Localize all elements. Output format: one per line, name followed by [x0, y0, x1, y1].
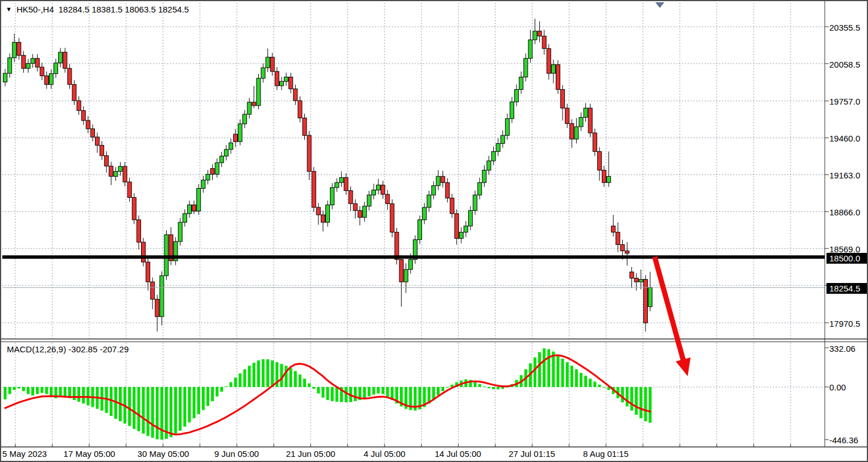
candle-bullish	[574, 127, 578, 139]
candle-bearish	[445, 182, 449, 198]
macd-histogram-bar	[308, 384, 311, 387]
macd-histogram-bar	[649, 387, 652, 423]
macd-histogram-bar	[644, 387, 647, 421]
macd-histogram-bar	[497, 387, 499, 389]
macd-axis-label: 332.06	[829, 344, 855, 354]
candle-bullish	[247, 102, 251, 114]
macd-histogram-bar	[639, 387, 642, 418]
candle-bearish	[538, 31, 542, 36]
price-axis-label: 20355.5	[829, 23, 860, 33]
candle-bullish	[432, 186, 436, 195]
candle-bearish	[105, 156, 109, 166]
candle-bullish	[183, 214, 187, 222]
macd-histogram-bar	[82, 387, 85, 403]
macd-histogram-bar	[31, 387, 34, 396]
chart-window: ▼ HK50-,H4 18284.5 18381.5 18063.5 18254…	[0, 0, 868, 462]
candle-bearish	[63, 52, 67, 68]
support-line-18500[interactable]	[2, 255, 825, 259]
macd-histogram-bar	[18, 387, 20, 388]
candle-bearish	[100, 145, 104, 156]
macd-histogram-bar	[4, 387, 7, 399]
macd-histogram-bar	[538, 352, 541, 387]
macd-histogram-bar	[474, 382, 477, 387]
macd-histogram-bar	[156, 387, 159, 439]
candle-bearish	[630, 272, 634, 278]
trend-arrow-shaft[interactable]	[655, 257, 683, 360]
macd-histogram-bar	[280, 364, 283, 387]
time-axis-label: 5 May 2023	[2, 449, 53, 459]
macd-histogram-bar	[294, 371, 297, 387]
macd-histogram-bar	[589, 378, 592, 387]
price-axis-label: 20058.5	[829, 60, 860, 70]
macd-histogram-bar	[377, 387, 380, 393]
candle-bearish	[146, 262, 150, 282]
candle-bullish	[501, 135, 505, 143]
candle-bullish	[418, 220, 422, 240]
macd-histogram-bar	[197, 387, 200, 414]
macd-histogram-bar	[317, 387, 320, 393]
price-axis-label: 18866.0	[829, 207, 860, 218]
macd-histogram-bar	[603, 387, 606, 388]
candle-bullish	[215, 163, 219, 174]
candle-bearish	[96, 137, 100, 145]
candle-bullish	[229, 143, 233, 149]
macd-histogram-bar	[243, 369, 246, 387]
macd-histogram-bar	[382, 387, 385, 394]
candle-bullish	[491, 152, 495, 161]
candle-bearish	[151, 282, 155, 299]
macd-histogram-bar	[543, 348, 545, 387]
candle-bearish	[252, 102, 256, 106]
macd-histogram-bar	[621, 387, 624, 402]
macd-histogram-bar	[9, 387, 11, 394]
candle-bullish	[340, 178, 344, 183]
chart-title: ▼ HK50-,H4 18284.5 18381.5 18063.5 18254…	[6, 5, 189, 14]
macd-histogram-bar	[321, 387, 324, 398]
macd-histogram-bar	[446, 387, 449, 388]
macd-histogram-bar	[571, 366, 573, 387]
candle-bearish	[634, 278, 638, 282]
macd-histogram-bar	[575, 369, 578, 387]
candle-bullish	[579, 118, 583, 127]
macd-histogram-bar	[483, 386, 486, 387]
macd-histogram-bar	[312, 387, 315, 389]
candle-bullish	[367, 195, 371, 206]
macd-histogram-bar	[216, 387, 218, 397]
candle-bullish	[335, 182, 339, 188]
candle-bearish	[358, 210, 362, 217]
macd-histogram-bar	[36, 387, 39, 394]
candle-bearish	[289, 77, 293, 89]
candle-bullish	[160, 276, 164, 317]
macd-histogram-bar	[262, 359, 264, 387]
candle-bearish	[109, 166, 113, 176]
macd-histogram-bar	[326, 387, 329, 400]
candle-bearish	[234, 134, 238, 141]
candle-bearish	[621, 244, 625, 251]
candle-bullish	[584, 108, 588, 117]
candle-bearish	[386, 194, 390, 203]
candle-bullish	[515, 89, 519, 102]
macd-histogram-bar	[73, 387, 76, 400]
candle-bullish	[423, 207, 427, 220]
candle-bullish	[496, 143, 500, 151]
candle-bearish	[22, 55, 26, 68]
candle-bearish	[597, 152, 601, 170]
trend-arrow-head[interactable]	[676, 357, 691, 376]
macd-histogram-bar	[432, 387, 435, 399]
macd-histogram-bar	[179, 387, 181, 431]
candle-bullish	[482, 170, 486, 182]
candle-bearish	[132, 197, 136, 219]
candle-bearish	[298, 101, 302, 118]
candle-bullish	[519, 77, 523, 90]
candle-bearish	[616, 232, 620, 245]
candle-bearish	[381, 185, 385, 194]
candle-bearish	[542, 36, 546, 48]
time-axis-label: 8 Aug 01:15	[569, 449, 643, 459]
candle-bearish	[155, 299, 159, 317]
candle-bearish	[344, 178, 348, 191]
macd-histogram-bar	[257, 360, 260, 387]
candle-bullish	[257, 78, 261, 106]
macd-histogram-bar	[64, 387, 67, 397]
time-axis-label: 21 Jun 05:00	[274, 449, 348, 459]
chart-canvas[interactable]	[1, 1, 867, 461]
candle-bearish	[321, 215, 325, 222]
